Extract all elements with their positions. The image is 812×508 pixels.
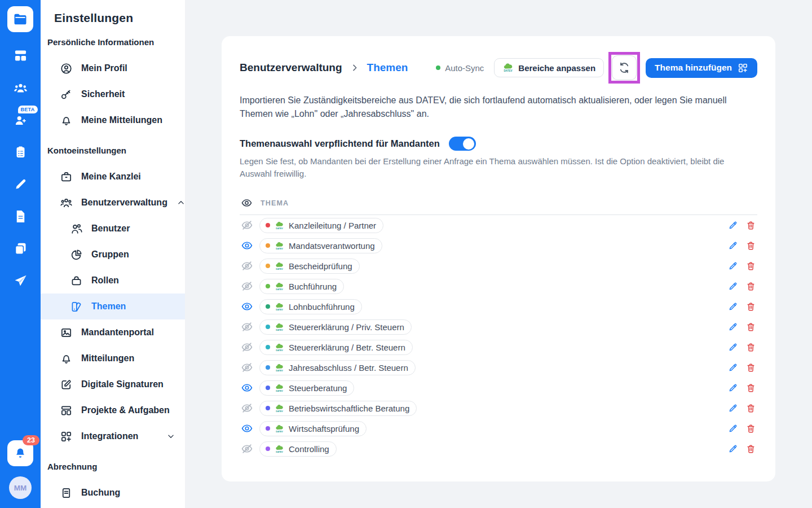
- folder-icon: [12, 11, 28, 27]
- delete-topic-button[interactable]: [745, 322, 756, 332]
- svg-text:DATEV: DATEV: [276, 369, 283, 371]
- delete-topic-button[interactable]: [745, 301, 756, 312]
- svg-text:DATEV: DATEV: [276, 389, 283, 392]
- topic-row-steuererklärung-priv-steuern: DATEVSteuererklärung / Priv. Steuern: [240, 317, 757, 337]
- sidebar-item-meine-mitteilungen[interactable]: Meine Mitteilungen: [41, 107, 185, 133]
- topic-chip: DATEVBetriebswirtschaftliche Beratung: [259, 401, 417, 416]
- svg-text:DATEV: DATEV: [276, 329, 283, 331]
- delete-topic-button[interactable]: [745, 240, 756, 251]
- edit-topic-button[interactable]: [727, 403, 738, 414]
- edit-topic-button[interactable]: [727, 362, 738, 373]
- edit-topic-button[interactable]: [727, 281, 738, 292]
- icon-rail: BETA 23 MM: [0, 0, 41, 508]
- rail-editor-icon[interactable]: [13, 177, 28, 192]
- topic-label: Mandatsverantwortung: [289, 241, 375, 251]
- app-logo[interactable]: [7, 6, 33, 32]
- user-avatar[interactable]: MM: [9, 476, 32, 499]
- datev-logo: DATEV: [275, 404, 284, 413]
- visibility-off-toggle[interactable]: [241, 219, 253, 231]
- sidebar-item-meine-kanzlei[interactable]: Meine Kanzlei: [41, 164, 185, 190]
- sidebar-item-label: Mandantenportal: [81, 327, 154, 338]
- delete-topic-button[interactable]: [745, 281, 756, 292]
- datev-logo: DATEV: [275, 363, 284, 373]
- sidebar-item-rollen[interactable]: Rollen: [41, 268, 185, 294]
- svg-text:DATEV: DATEV: [276, 450, 283, 453]
- sidebar-item-digitale-signaturen[interactable]: Digitale Signaturen: [41, 371, 185, 397]
- notifications-button[interactable]: 23: [7, 440, 33, 466]
- edit-square-icon: [60, 378, 73, 391]
- pie-chart-icon: [70, 248, 83, 261]
- topic-label: Kanzleileitung / Partner: [289, 221, 376, 230]
- rail-tasks-icon[interactable]: [13, 144, 28, 160]
- sidebar-item-sicherheit[interactable]: Sicherheit: [41, 81, 185, 107]
- visibility-off-toggle[interactable]: [241, 321, 253, 333]
- datev-logo: DATEV: [275, 424, 284, 433]
- delete-topic-button[interactable]: [745, 383, 756, 393]
- sync-button[interactable]: [612, 55, 637, 80]
- grid-plus-icon: [738, 63, 748, 73]
- edit-topic-button[interactable]: [727, 322, 738, 332]
- datev-logo: DATEV: [275, 322, 284, 332]
- chevron-down-icon[interactable]: [166, 431, 176, 441]
- receipt-icon: [60, 487, 73, 500]
- rail-team-icon[interactable]: [13, 80, 28, 95]
- svg-text:DATEV: DATEV: [276, 430, 283, 432]
- rail-dashboard-icon[interactable]: [13, 48, 28, 63]
- visibility-off-toggle[interactable]: [241, 280, 253, 292]
- chevron-up-icon[interactable]: [176, 198, 185, 208]
- visibility-off-toggle[interactable]: [241, 260, 253, 272]
- edit-topic-button[interactable]: [727, 383, 738, 393]
- breadcrumb-parent[interactable]: Benutzerverwaltung: [240, 62, 342, 74]
- adjust-areas-button[interactable]: DATEV Bereiche anpassen: [494, 58, 604, 77]
- rail-send-icon[interactable]: [13, 273, 28, 288]
- breadcrumb-current[interactable]: Themen: [367, 62, 408, 74]
- delete-topic-button[interactable]: [745, 444, 756, 454]
- visibility-off-toggle[interactable]: [241, 341, 253, 353]
- sidebar-item-benutzerverwaltung[interactable]: Benutzerverwaltung: [41, 190, 185, 216]
- add-theme-label: Thema hinzufügen: [655, 63, 732, 73]
- edit-topic-button[interactable]: [727, 301, 738, 312]
- sidebar-item-themen[interactable]: Themen: [41, 294, 185, 319]
- edit-topic-button[interactable]: [727, 240, 738, 251]
- visibility-off-toggle[interactable]: [241, 443, 253, 455]
- sidebar-item-label: Benutzer: [91, 224, 130, 234]
- delete-topic-button[interactable]: [745, 362, 756, 373]
- sidebar-item-projekte-aufgaben[interactable]: Projekte & Aufgaben: [41, 397, 185, 423]
- edit-topic-button[interactable]: [727, 261, 738, 271]
- topic-chip: DATEVSteuererklärung / Priv. Steuern: [259, 319, 412, 335]
- svg-text:DATEV: DATEV: [276, 288, 283, 290]
- datev-logo: DATEV: [275, 221, 284, 230]
- sidebar-item-mandantenportal[interactable]: Mandantenportal: [41, 319, 185, 345]
- visibility-on-toggle[interactable]: [241, 422, 253, 435]
- page-description: Importieren Sie Zuständigkeitsbereiche a…: [240, 94, 747, 121]
- visibility-off-toggle[interactable]: [241, 361, 253, 374]
- topic-color-dot: [266, 386, 270, 390]
- sidebar-item-gruppen[interactable]: Gruppen: [41, 242, 185, 268]
- sidebar-item-label: Projekte & Aufgaben: [81, 405, 170, 415]
- sidebar-item-mitteilungen[interactable]: Mitteilungen: [41, 345, 185, 371]
- rail-templates-icon[interactable]: [13, 241, 28, 256]
- visibility-on-toggle[interactable]: [241, 382, 253, 394]
- visibility-on-toggle[interactable]: [241, 239, 253, 252]
- delete-topic-button[interactable]: [745, 220, 756, 231]
- rail-assistant-icon[interactable]: BETA: [13, 112, 28, 128]
- delete-topic-button[interactable]: [745, 423, 756, 434]
- delete-topic-button[interactable]: [745, 403, 756, 414]
- sidebar-item-mein-profil[interactable]: Mein Profil: [41, 55, 185, 81]
- delete-topic-button[interactable]: [745, 342, 756, 353]
- edit-topic-button[interactable]: [727, 444, 738, 454]
- mandatory-theme-toggle[interactable]: [449, 137, 476, 151]
- sidebar-item-benutzer[interactable]: Benutzer: [41, 216, 185, 242]
- sidebar-item-integrationen[interactable]: Integrationen: [41, 423, 185, 449]
- edit-topic-button[interactable]: [727, 423, 738, 434]
- edit-topic-button[interactable]: [727, 220, 738, 231]
- visibility-off-toggle[interactable]: [241, 402, 253, 414]
- rail-documents-icon[interactable]: [13, 209, 28, 224]
- edit-topic-button[interactable]: [727, 342, 738, 353]
- add-theme-button[interactable]: Thema hinzufügen: [646, 58, 757, 78]
- sidebar-item-buchung[interactable]: Buchung: [41, 480, 185, 506]
- delete-topic-button[interactable]: [745, 261, 756, 271]
- topic-color-dot: [266, 406, 270, 410]
- visibility-on-toggle[interactable]: [241, 300, 253, 313]
- topic-row-kanzleileitung-partner: DATEVKanzleileitung / Partner: [240, 215, 757, 235]
